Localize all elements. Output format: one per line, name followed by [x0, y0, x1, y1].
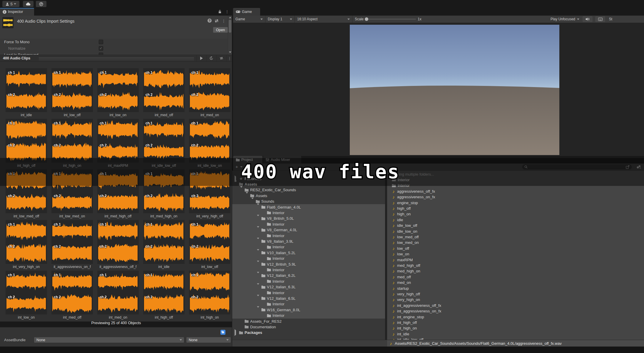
- file-row-audio[interactable]: ♪int_aggressiveness_off_fx: [387, 302, 644, 308]
- play-unfocused-dropdown[interactable]: Play Unfocused: [551, 16, 579, 23]
- file-row-audio[interactable]: ♪med_off: [387, 274, 644, 280]
- file-row-audio[interactable]: ♪very_high_on: [387, 297, 644, 303]
- file-row-audio[interactable]: ♪maxRPM: [387, 257, 644, 263]
- header-menu-icon[interactable]: ⋮: [221, 19, 226, 23]
- tree-row[interactable]: V12_Italian_6.2L: [232, 273, 385, 279]
- asset-labels-icon[interactable]: [220, 330, 225, 335]
- load-in-background-checkbox[interactable]: [99, 53, 103, 55]
- audio-clip-tile[interactable]: ch 1ch 2int_maxRPM: [97, 119, 139, 163]
- tree-row[interactable]: V12_Italian_6.3L: [232, 284, 385, 290]
- tree-row[interactable]: Interior: [232, 267, 385, 273]
- loop-button[interactable]: [206, 55, 216, 61]
- expand-arrow-icon[interactable]: [257, 249, 259, 255]
- file-row-audio[interactable]: ♪low_on: [387, 251, 644, 257]
- tree-row[interactable]: V12_British_5.9L: [232, 261, 385, 267]
- normalize-checkbox[interactable]: ✓: [99, 46, 103, 51]
- file-row-audio[interactable]: ♪aggressiveness_on_fx: [387, 194, 644, 200]
- audio-clip-tile[interactable]: ch 1ch 2it_aggressiveness_off_f: [97, 220, 139, 264]
- expand-arrow-icon[interactable]: [257, 238, 259, 244]
- scroll-down-icon[interactable]: [229, 51, 231, 53]
- audio-clip-tile[interactable]: ch 1ch 2int_idle: [6, 68, 47, 112]
- help-icon[interactable]: ?: [208, 19, 212, 23]
- expand-arrow-icon[interactable]: [257, 261, 259, 267]
- expand-arrow-icon[interactable]: [257, 295, 259, 301]
- audio-clip-tile[interactable]: ch 1ch 2int_high_on: [189, 271, 230, 314]
- tree-row[interactable]: Interior: [232, 301, 385, 307]
- display-dropdown[interactable]: Display 1: [265, 16, 295, 23]
- audio-clip-tile[interactable]: ch 1ch 2int_low_off: [51, 68, 93, 112]
- expand-arrow-icon[interactable]: [257, 283, 259, 289]
- expand-arrow-icon[interactable]: [240, 186, 242, 192]
- audio-clip-tile[interactable]: ch 1ch 2int_high_on: [51, 119, 93, 163]
- file-row-audio[interactable]: ♪int_high_off: [387, 319, 644, 325]
- expand-arrow-icon[interactable]: [257, 272, 259, 278]
- file-row-audio[interactable]: ♪low_med_on: [387, 240, 644, 246]
- tree-row[interactable]: Documentation: [232, 324, 385, 330]
- audio-clip-tile[interactable]: ch 1ch 2int_very_high_on: [6, 220, 47, 264]
- audio-clip-tile[interactable]: ch 1ch 2int_med_off: [51, 271, 93, 314]
- audio-clip-tile[interactable]: ch 1ch 2int_high_off: [6, 119, 47, 163]
- audio-clip-tile[interactable]: ch 1ch 2int_med_on: [189, 68, 230, 112]
- game-camera-dropdown[interactable]: Game: [233, 16, 265, 23]
- play-button[interactable]: [196, 55, 206, 61]
- audio-clip-tile[interactable]: ch 1ch 2int_high_off: [143, 271, 185, 314]
- file-row-audio[interactable]: ♪idle_low_on: [387, 228, 644, 234]
- expand-arrow-icon[interactable]: [251, 198, 254, 204]
- tree-row[interactable]: Interior: [232, 278, 385, 284]
- expand-arrow-icon[interactable]: [257, 204, 259, 209]
- audio-clip-tile[interactable]: ch 1ch 2int_idle_low_off: [143, 119, 185, 163]
- file-row-audio[interactable]: ♪med_on: [387, 280, 644, 286]
- assetbundle-dropdown[interactable]: None: [34, 337, 184, 343]
- tree-row[interactable]: Interior: [232, 290, 385, 296]
- expand-arrow-icon[interactable]: [257, 215, 259, 221]
- presets-icon[interactable]: [214, 19, 219, 23]
- file-row-audio[interactable]: ♪int_idle_low_off: [387, 337, 644, 340]
- file-row-audio[interactable]: ♪low_off: [387, 245, 644, 251]
- file-row-audio[interactable]: ♪idle: [387, 217, 644, 223]
- open-button[interactable]: Open: [213, 27, 228, 33]
- preview-menu-icon[interactable]: ⋮: [226, 55, 232, 61]
- tree-row[interactable]: Sounds: [232, 199, 385, 204]
- tree-row[interactable]: Flat6_German_4.0L: [232, 204, 385, 210]
- audio-clip-tile[interactable]: ch 1ch 2int_idle: [143, 220, 185, 264]
- inspector-scrollbar[interactable]: [228, 16, 232, 55]
- file-row-audio[interactable]: ♪low_med_off: [387, 234, 644, 240]
- tree-row[interactable]: W16_German_8.0L: [232, 307, 385, 313]
- project-columns-splitter[interactable]: [385, 171, 387, 340]
- file-row-audio[interactable]: ♪int_idle: [387, 331, 644, 337]
- tab-inspector[interactable]: i Inspector: [0, 8, 34, 16]
- file-row-audio[interactable]: ♪med_high_on: [387, 268, 644, 274]
- tree-row[interactable]: Assets: [232, 193, 385, 199]
- audio-clip-tile[interactable]: ch 1ch 2int_low_on: [6, 271, 47, 314]
- scroll-up-icon[interactable]: [229, 17, 231, 18]
- audio-clip-tile[interactable]: ch 1ch 2int_med_on: [97, 271, 139, 314]
- file-row-audio[interactable]: ♪idle_low_off: [387, 223, 644, 229]
- tree-row[interactable]: RES2_Exotic_Car_Sounds: [232, 187, 385, 193]
- expand-arrow-icon[interactable]: [246, 192, 248, 198]
- tree-row[interactable]: Interior: [232, 221, 385, 227]
- expand-arrow-icon[interactable]: [257, 306, 259, 312]
- mute-audio-button[interactable]: [583, 16, 593, 23]
- cloud-button[interactable]: [23, 1, 34, 7]
- lock-icon[interactable]: [218, 10, 222, 14]
- tree-row[interactable]: V8_British_5.0L: [232, 216, 385, 222]
- account-button[interactable]: S: [2, 1, 19, 7]
- tree-row[interactable]: Interior: [232, 313, 385, 319]
- scrollbar-thumb[interactable]: [229, 20, 231, 33]
- stats-button[interactable]: St: [609, 16, 612, 23]
- inspector-menu-icon[interactable]: ⋮: [225, 9, 229, 14]
- scale-slider-thumb[interactable]: [365, 17, 368, 21]
- tree-row[interactable]: Assets_For_RES2: [232, 318, 385, 324]
- file-row-audio[interactable]: ♪int_aggressiveness_on_fx: [387, 308, 644, 314]
- file-row-audio[interactable]: ♪int_high_on: [387, 325, 644, 331]
- audio-clip-tile[interactable]: ch 1ch 2int_low_on: [97, 68, 139, 112]
- file-row-audio[interactable]: ♪very_high_off: [387, 291, 644, 297]
- collapse-arrow-icon[interactable]: [235, 329, 236, 336]
- expand-arrow-icon[interactable]: [257, 226, 259, 232]
- file-row-audio[interactable]: ♪int_engine_stop: [387, 314, 644, 320]
- tab-game[interactable]: Game: [233, 8, 260, 16]
- scale-slider[interactable]: [365, 19, 416, 19]
- preview-drag-handle[interactable]: [39, 57, 194, 60]
- vsync-grid-button[interactable]: [595, 16, 605, 23]
- tree-row[interactable]: Packages: [232, 330, 385, 336]
